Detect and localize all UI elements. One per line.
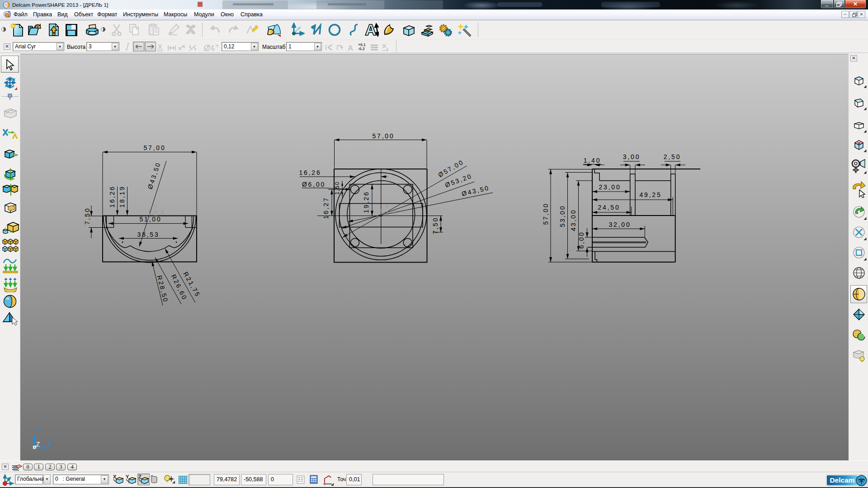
svg-text:2,50: 2,50 [664,153,681,160]
svg-text:Y: Y [126,474,129,479]
svg-text:57,00: 57,00 [542,202,549,225]
svg-text:16,27: 16,27 [322,197,330,219]
svg-text:1,50: 1,50 [334,181,340,194]
svg-text:43,00: 43,00 [570,209,577,231]
svg-text:X: X [113,474,117,479]
svg-text:A: A [348,44,353,52]
svg-text:X: X [47,440,52,447]
svg-text:Y: Y [35,428,40,435]
svg-text:57,00: 57,00 [372,132,394,140]
svg-text:51,00: 51,00 [139,216,161,223]
svg-text:23,00: 23,00 [599,183,621,191]
svg-text:16,26: 16,26 [108,185,116,207]
svg-text:38,53: 38,53 [137,231,159,238]
svg-text:Z: Z [385,210,388,217]
svg-text:19,26: 19,26 [363,191,370,213]
svg-text:1,40: 1,40 [584,157,601,164]
svg-text:Ø6,00: Ø6,00 [302,181,326,188]
svg-text:6,00: 6,00 [578,231,585,249]
svg-text:18,19: 18,19 [118,185,126,207]
svg-text:49,25: 49,25 [639,191,661,198]
svg-text:Z: Z [138,474,142,479]
svg-text:16,26: 16,26 [299,169,321,176]
svg-text:32,00: 32,00 [609,221,631,228]
svg-text:7,50: 7,50 [84,207,91,225]
svg-text:53,00: 53,00 [559,205,566,227]
svg-text:Z: Z [154,210,157,217]
svg-text:X: X [160,209,165,216]
svg-text:7,50: 7,50 [432,217,439,234]
svg-text:Z: Z [36,441,40,448]
svg-text:3,00: 3,00 [623,153,640,160]
svg-text:Y: Y [385,203,389,210]
svg-text:X: X [392,209,396,216]
svg-text:24,50: 24,50 [598,204,620,211]
svg-text:Y: Y [154,203,158,210]
svg-text:57,00: 57,00 [143,144,165,151]
